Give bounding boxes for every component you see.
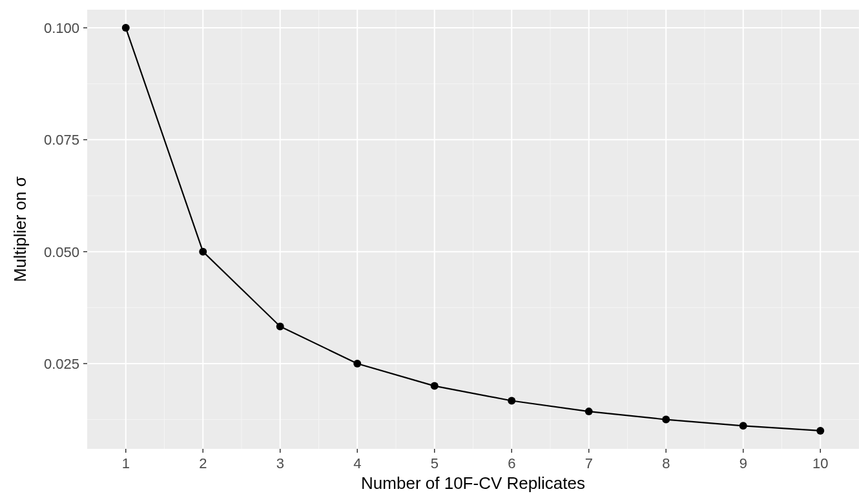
x-tick-label: 8 [662,455,670,471]
x-axis-label: Number of 10F-CV Replicates [361,473,585,493]
x-tick-label: 5 [431,455,439,471]
chart-svg: 123456789100.0250.0500.0750.100Number of… [0,0,868,496]
x-tick-label: 2 [199,455,207,471]
data-point [122,24,130,32]
chart-container: 123456789100.0250.0500.0750.100Number of… [0,0,868,496]
x-tick-label: 7 [585,455,593,471]
data-point [353,360,361,367]
data-point [585,408,593,415]
x-tick-label: 1 [122,455,130,471]
data-point [276,322,284,330]
y-tick-label: 0.075 [44,132,79,148]
data-point [199,248,207,256]
y-tick-label: 0.050 [44,244,79,260]
data-point [739,422,747,429]
x-tick-label: 10 [812,455,828,471]
x-tick-label: 4 [353,455,361,471]
data-point [816,427,824,435]
data-point [508,397,515,404]
y-tick-label: 0.100 [44,20,79,36]
data-point [662,416,670,424]
data-point [431,382,439,390]
y-axis-label: Multiplier on σ [10,176,30,282]
x-tick-label: 3 [276,455,284,471]
y-tick-label: 0.025 [44,356,79,372]
x-tick-label: 9 [739,455,747,471]
x-tick-label: 6 [508,455,515,471]
